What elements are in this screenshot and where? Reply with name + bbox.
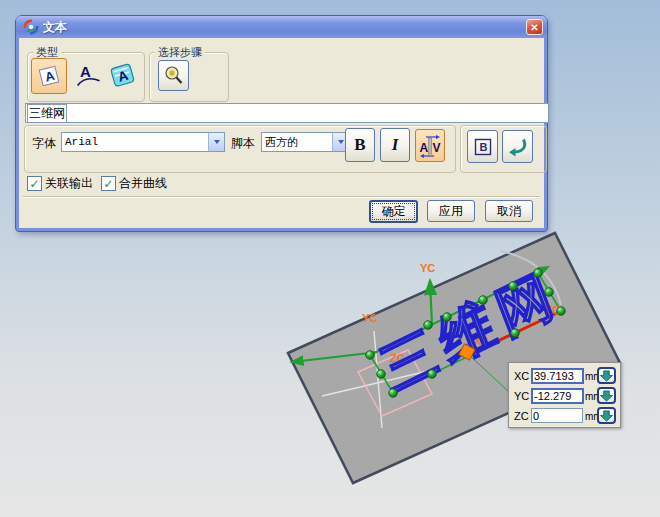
svg-text:A: A — [80, 63, 91, 80]
handle-sphere[interactable] — [511, 329, 520, 338]
text-box-button[interactable]: B — [467, 130, 498, 163]
font-label: 字体 — [32, 135, 56, 152]
merge-curves-checkbox[interactable]: ✓ — [101, 176, 116, 191]
yc-input[interactable] — [531, 388, 584, 404]
xc-row: XC mm — [509, 368, 620, 385]
separator — [23, 196, 540, 198]
script-select-value: 西方的 — [262, 135, 332, 150]
yc-down-button[interactable] — [597, 387, 616, 404]
selection-steps-label: 选择步骤 — [155, 45, 205, 60]
kerning-icon: A V — [418, 134, 442, 158]
return-arrow-icon — [507, 136, 529, 158]
yc-label: YC — [514, 390, 529, 402]
assoc-output-checkbox[interactable]: ✓ — [27, 176, 42, 191]
font-select[interactable]: Arial — [61, 132, 225, 152]
check-icon: ✓ — [29, 179, 39, 189]
handle-sphere[interactable] — [443, 313, 452, 322]
merge-curves-label: 合并曲线 — [119, 175, 167, 192]
reset-button[interactable] — [502, 130, 533, 163]
select-plane-step-button[interactable] — [158, 60, 189, 91]
boxed-b-icon: B — [472, 136, 494, 158]
handle-sphere[interactable] — [428, 370, 437, 379]
svg-text:B: B — [479, 141, 487, 153]
type-group: 类型 A A A — [27, 52, 145, 102]
ok-button[interactable]: 确定 — [369, 200, 418, 223]
assoc-output-label: 关联输出 — [45, 175, 93, 192]
zc-input[interactable] — [531, 408, 583, 423]
apply-button[interactable]: 应用 — [427, 200, 475, 222]
svg-text:V: V — [433, 141, 441, 155]
handle-sphere[interactable] — [557, 307, 566, 316]
text-on-plane-icon[interactable]: A — [31, 58, 67, 94]
script-select[interactable]: 西方的 — [261, 132, 349, 152]
handle-sphere[interactable] — [389, 389, 398, 398]
script-label: 脚本 — [231, 135, 255, 152]
curve-a-glyph: A — [73, 60, 103, 90]
yc-axis-label-top: YC — [420, 262, 435, 274]
xc-label: XC — [514, 370, 529, 382]
text-value-input[interactable]: 三维网 — [25, 103, 549, 123]
handle-sphere[interactable] — [545, 288, 554, 297]
dialog-title: 文本 — [43, 19, 67, 36]
yc-row: YC mm — [509, 388, 620, 405]
svg-text:A: A — [420, 141, 429, 155]
text-dialog: 文本 ✕ 类型 A A A — [16, 16, 547, 231]
handle-sphere[interactable] — [534, 269, 543, 278]
close-icon[interactable]: ✕ — [526, 19, 543, 35]
dialog-titlebar[interactable]: 文本 ✕ — [16, 16, 547, 38]
handle-sphere[interactable] — [509, 282, 518, 291]
nx-workspace: { "window": { "title": "文本" }, "icons": … — [0, 0, 660, 517]
zc-down-button[interactable] — [597, 407, 616, 424]
text-on-face-icon[interactable]: A — [106, 60, 140, 92]
down-arrow-icon — [600, 370, 613, 382]
text-on-curve-icon[interactable]: A — [72, 60, 104, 92]
down-arrow-icon — [600, 390, 613, 402]
zc-label: ZC — [514, 410, 529, 422]
handle-sphere[interactable] — [366, 351, 375, 360]
font-select-value: Arial — [62, 136, 208, 148]
kerning-button[interactable]: A V — [415, 129, 445, 162]
bold-button[interactable]: B — [345, 128, 375, 162]
handle-sphere[interactable] — [424, 321, 433, 330]
down-arrow-icon — [600, 410, 613, 422]
check-icon: ✓ — [103, 179, 113, 189]
selection-steps-group: 选择步骤 — [149, 52, 229, 102]
yc-axis-label-left: YC — [362, 312, 377, 324]
xc-down-button[interactable] — [597, 367, 616, 384]
bold-icon: B — [354, 135, 365, 155]
handle-sphere[interactable] — [377, 370, 386, 379]
face-a-glyph: A — [107, 60, 139, 90]
handle-sphere[interactable] — [479, 296, 488, 305]
italic-icon: I — [392, 135, 399, 155]
zc-row: ZC mm — [509, 408, 620, 425]
xc-input[interactable] — [531, 368, 584, 384]
text-value: 三维网 — [28, 105, 66, 122]
plane-a-glyph: A — [36, 63, 62, 89]
cancel-button[interactable]: 取消 — [485, 200, 533, 222]
nx-logo-icon — [23, 19, 39, 35]
magnifier-icon — [162, 64, 186, 88]
chevron-down-icon — [208, 133, 224, 151]
coordinate-tracker-panel: XC mm YC mm ZC mm — [508, 362, 621, 428]
italic-button[interactable]: I — [380, 128, 410, 162]
